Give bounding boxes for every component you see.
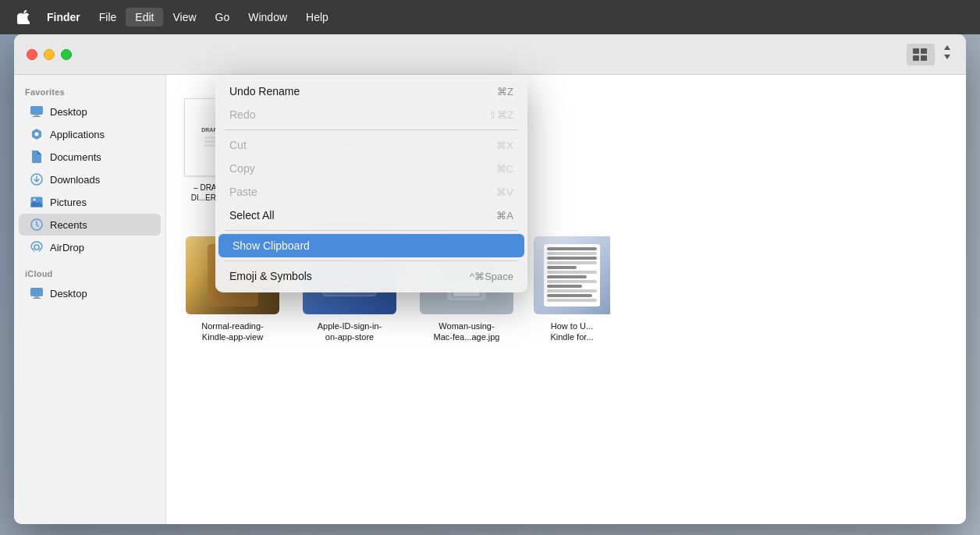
sidebar-item-recents[interactable]: Recents [19, 214, 161, 236]
sidebar-item-downloads[interactable]: Downloads [19, 168, 161, 190]
menu-separator-1 [225, 129, 518, 130]
svg-rect-6 [33, 116, 41, 117]
favorites-label: Favorites [14, 84, 165, 100]
menu-item-select-all-label: Select All [229, 209, 275, 221]
svg-rect-3 [921, 55, 927, 61]
menu-separator-2 [225, 230, 518, 231]
sidebar-item-label-icloud-desktop: Desktop [50, 288, 87, 299]
sidebar: Favorites Desktop [14, 75, 166, 524]
menu-item-cut[interactable]: Cut ⌘X [215, 133, 527, 157]
desktop-icon [30, 105, 44, 119]
file-label-normal-reading: Normal-reading-Kindle-app-view [201, 321, 263, 343]
svg-point-10 [34, 199, 36, 201]
menubar-window[interactable]: Window [239, 8, 296, 27]
icloud-label: iCloud [14, 266, 165, 282]
menu-item-redo-shortcut: ⇧⌘Z [488, 109, 513, 121]
svg-rect-14 [34, 296, 39, 298]
icloud-desktop-icon [30, 286, 44, 300]
sidebar-item-documents[interactable]: Documents [19, 146, 161, 168]
menu-item-emoji-label: Emoji & Symbols [229, 270, 312, 282]
edit-dropdown-menu: Undo Rename ⌘Z Redo ⇧⌘Z Cut ⌘X Copy ⌘C P… [215, 75, 527, 292]
svg-point-7 [35, 133, 39, 136]
apple-menu-icon[interactable] [9, 10, 37, 24]
menubar-help[interactable]: Help [296, 8, 338, 27]
menu-item-undo-shortcut: ⌘Z [497, 86, 513, 97]
sidebar-item-applications[interactable]: Applications [19, 123, 161, 145]
sidebar-item-label-pictures: Pictures [50, 197, 87, 208]
menubar-finder[interactable]: Finder [37, 8, 90, 27]
maximize-button[interactable] [61, 49, 72, 60]
documents-icon [30, 150, 44, 164]
sidebar-item-label-documents: Documents [50, 151, 101, 163]
menu-item-show-clipboard-label: Show Clipboard [233, 239, 310, 252]
menu-item-show-clipboard[interactable]: Show Clipboard [218, 234, 524, 257]
menu-item-cut-shortcut: ⌘X [496, 140, 513, 151]
menubar-file[interactable]: File [90, 8, 126, 27]
menu-item-undo-label: Undo Rename [229, 85, 300, 97]
finder-window: Favorites Desktop [14, 34, 966, 524]
menu-item-paste-label: Paste [229, 186, 257, 198]
sort-button[interactable] [941, 45, 953, 63]
menu-item-undo[interactable]: Undo Rename ⌘Z [215, 80, 527, 103]
menu-item-paste[interactable]: Paste ⌘V [215, 180, 527, 204]
menu-item-select-all-shortcut: ⌘A [496, 210, 513, 221]
file-item-how-to-kindle[interactable]: How to U...Kindle for... [533, 236, 611, 343]
menu-item-cut-label: Cut [229, 139, 247, 151]
sidebar-item-label-desktop: Desktop [50, 106, 87, 118]
svg-point-12 [34, 245, 39, 250]
menu-item-copy-shortcut: ⌘C [496, 163, 513, 175]
title-bar [14, 34, 966, 75]
applications-icon [30, 127, 44, 141]
menubar-edit[interactable]: Edit [126, 8, 163, 27]
menubar-view[interactable]: View [163, 8, 205, 27]
sidebar-item-label-downloads: Downloads [50, 174, 100, 186]
sidebar-item-desktop[interactable]: Desktop [19, 101, 161, 122]
close-button[interactable] [27, 49, 37, 60]
sidebar-item-pictures[interactable]: Pictures [19, 191, 161, 213]
menu-item-emoji[interactable]: Emoji & Symbols ^⌘Space [215, 264, 527, 288]
menu-item-select-all[interactable]: Select All ⌘A [215, 204, 527, 227]
sidebar-item-airdrop[interactable]: AirDrop [19, 236, 161, 258]
svg-rect-15 [33, 298, 41, 299]
menu-separator-3 [225, 260, 518, 261]
minimize-button[interactable] [44, 49, 55, 60]
file-label-apple-id: Apple-ID-sign-in-on-app-store [318, 321, 382, 343]
menu-item-redo[interactable]: Redo ⇧⌘Z [215, 103, 527, 126]
sidebar-item-label-airdrop: AirDrop [50, 242, 84, 253]
sidebar-item-label-recents: Recents [50, 219, 87, 231]
view-grid-button[interactable] [907, 44, 935, 66]
file-label-how-to-kindle: How to U...Kindle for... [550, 321, 593, 343]
sidebar-item-icloud-desktop[interactable]: Desktop [19, 282, 161, 304]
pictures-icon [30, 195, 44, 209]
menu-item-redo-label: Redo [229, 108, 255, 121]
menu-item-paste-shortcut: ⌘V [496, 186, 513, 198]
menu-item-copy[interactable]: Copy ⌘C [215, 157, 527, 180]
svg-rect-0 [913, 48, 919, 54]
menubar-go[interactable]: Go [206, 8, 240, 27]
recents-icon [30, 218, 44, 232]
svg-rect-13 [30, 288, 43, 296]
traffic-lights [27, 49, 72, 60]
svg-rect-2 [913, 55, 919, 61]
menubar: Finder File Edit View Go Window Help [0, 0, 980, 34]
menu-item-emoji-shortcut: ^⌘Space [470, 271, 513, 282]
file-label-woman-mac: Woman-using-Mac-fea...age.jpg [434, 321, 500, 343]
svg-rect-4 [30, 106, 43, 115]
downloads-icon [30, 172, 44, 186]
svg-rect-5 [34, 115, 39, 116]
airdrop-icon [30, 240, 44, 254]
svg-rect-1 [921, 48, 927, 54]
sidebar-item-label-applications: Applications [50, 129, 105, 140]
menu-item-copy-label: Copy [229, 162, 255, 175]
